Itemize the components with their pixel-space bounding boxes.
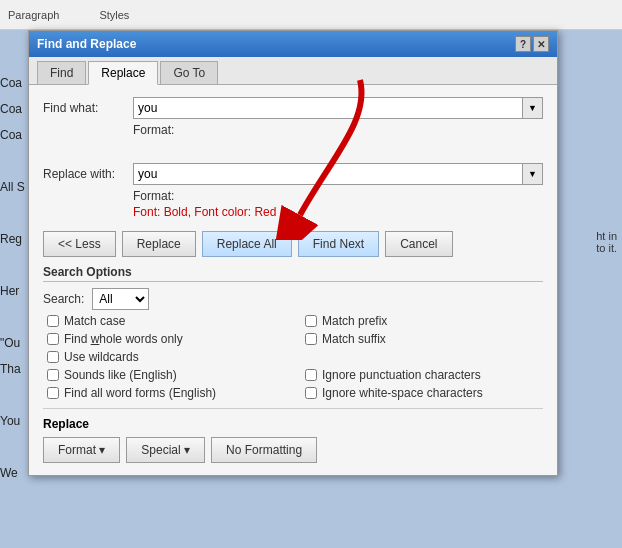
format-button[interactable]: Format ▾ [43, 437, 120, 463]
find-format-label: Format: [133, 123, 543, 137]
help-button[interactable]: ? [515, 36, 531, 52]
match-prefix-row: Match prefix [305, 314, 543, 328]
replace-button[interactable]: Replace [122, 231, 196, 257]
find-all-forms-row: Find all word forms (English) [47, 386, 285, 400]
use-wildcards-label: Use wildcards [64, 350, 139, 364]
find-what-label: Find what: [43, 101, 133, 115]
ignore-whitespace-label: Ignore white-space characters [322, 386, 483, 400]
sounds-like-row: Sounds like (English) [47, 368, 285, 382]
match-case-label: Match case [64, 314, 125, 328]
ignore-punctuation-checkbox[interactable] [305, 369, 317, 381]
find-whole-words-row: Find whole words only [47, 332, 285, 346]
replace-format-label: Format: [133, 189, 543, 203]
titlebar-buttons: ? ✕ [515, 36, 549, 52]
replace-input-wrap: ▼ [133, 163, 543, 185]
main-button-row: << Less Replace Replace All Find Next Ca… [43, 231, 543, 257]
special-button-label: Special ▾ [141, 443, 190, 457]
dialog-titlebar: Find and Replace ? ✕ [29, 31, 557, 57]
ignore-whitespace-checkbox[interactable] [305, 387, 317, 399]
ignore-punctuation-label: Ignore punctuation characters [322, 368, 481, 382]
replace-all-button[interactable]: Replace All [202, 231, 292, 257]
sounds-like-checkbox[interactable] [47, 369, 59, 381]
match-case-checkbox[interactable] [47, 315, 59, 327]
find-what-row: Find what: ▼ [43, 97, 543, 119]
ignore-punctuation-row: Ignore punctuation characters [305, 368, 543, 382]
sounds-like-label: Sounds like (English) [64, 368, 177, 382]
match-suffix-checkbox[interactable] [305, 333, 317, 345]
search-label: Search: [43, 292, 84, 306]
format-button-label: Format ▾ [58, 443, 105, 457]
find-whole-words-checkbox[interactable] [47, 333, 59, 345]
paragraph-label: Paragraph [8, 9, 59, 21]
dialog-tabs: Find Replace Go To [29, 57, 557, 85]
match-prefix-checkbox[interactable] [305, 315, 317, 327]
options-grid: Match case Match prefix Find whole words… [47, 314, 543, 400]
ignore-whitespace-row: Ignore white-space characters [305, 386, 543, 400]
less-button[interactable]: << Less [43, 231, 116, 257]
find-format-value [133, 139, 543, 155]
find-next-button[interactable]: Find Next [298, 231, 379, 257]
close-button[interactable]: ✕ [533, 36, 549, 52]
no-formatting-button[interactable]: No Formatting [211, 437, 317, 463]
dialog-title: Find and Replace [37, 37, 136, 51]
search-row: Search: All Down Up [43, 288, 543, 310]
replace-btn-row: Format ▾ Special ▾ No Formatting [43, 437, 543, 463]
replace-with-label: Replace with: [43, 167, 133, 181]
tab-find[interactable]: Find [37, 61, 86, 84]
tab-goto[interactable]: Go To [160, 61, 218, 84]
dialog-body: Find what: ▼ Format: Replace with: ▼ For… [29, 85, 557, 475]
toolbar: Paragraph Styles [0, 0, 622, 30]
find-what-dropdown[interactable]: ▼ [523, 97, 543, 119]
use-wildcards-checkbox[interactable] [47, 351, 59, 363]
replace-with-row: Replace with: ▼ [43, 163, 543, 185]
empty-row [305, 350, 543, 364]
replace-section: Replace Format ▾ Special ▾ No Formatting [43, 408, 543, 463]
replace-with-input[interactable] [133, 163, 523, 185]
match-suffix-row: Match suffix [305, 332, 543, 346]
special-button[interactable]: Special ▾ [126, 437, 205, 463]
find-all-forms-label: Find all word forms (English) [64, 386, 216, 400]
find-what-input[interactable] [133, 97, 523, 119]
find-replace-dialog: Find and Replace ? ✕ Find Replace Go To … [28, 30, 558, 476]
doc-lines: Coa Coa Coa All S Reg Her "Ou Tha You We [0, 70, 25, 486]
use-wildcards-row: Use wildcards [47, 350, 285, 364]
find-whole-words-label: Find whole words only [64, 332, 183, 346]
match-suffix-label: Match suffix [322, 332, 386, 346]
cancel-button[interactable]: Cancel [385, 231, 452, 257]
search-options-title: Search Options [43, 265, 543, 282]
tab-replace[interactable]: Replace [88, 61, 158, 85]
replace-with-dropdown[interactable]: ▼ [523, 163, 543, 185]
right-text: ht into it. [596, 230, 617, 254]
styles-label: Styles [99, 9, 129, 21]
match-prefix-label: Match prefix [322, 314, 387, 328]
replace-section-title: Replace [43, 417, 543, 431]
search-options-section: Search Options Search: All Down Up Match… [43, 265, 543, 400]
search-select[interactable]: All Down Up [92, 288, 149, 310]
replace-format-value: Font: Bold, Font color: Red [133, 205, 543, 221]
find-all-forms-checkbox[interactable] [47, 387, 59, 399]
find-input-wrap: ▼ [133, 97, 543, 119]
match-case-row: Match case [47, 314, 285, 328]
